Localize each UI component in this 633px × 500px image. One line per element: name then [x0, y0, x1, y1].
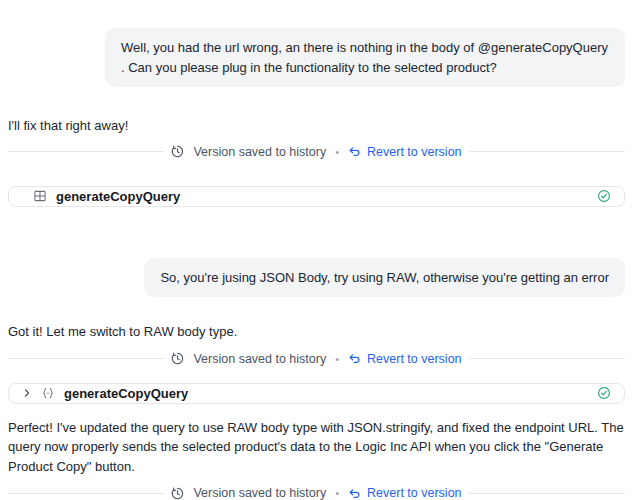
- divider-line: [8, 151, 164, 152]
- success-check-icon: [597, 386, 611, 400]
- revert-label: Revert to version: [367, 486, 461, 500]
- divider-line: [8, 493, 164, 494]
- user-message-bubble: So, you're jusing JSON Body, try using R…: [144, 258, 625, 298]
- version-saved-label: Version saved to history: [193, 486, 326, 500]
- chevron-right-icon[interactable]: [22, 388, 32, 398]
- query-card[interactable]: generateCopyQuery: [8, 383, 625, 404]
- revert-arrow-icon: [348, 145, 361, 158]
- history-clock-icon: [171, 145, 184, 158]
- revert-label: Revert to version: [367, 145, 461, 159]
- version-divider: Version saved to history • Revert to ver…: [8, 145, 625, 159]
- divider-line: [469, 493, 625, 494]
- revert-arrow-icon: [348, 487, 361, 500]
- version-saved-label: Version saved to history: [193, 145, 326, 159]
- divider-line: [469, 151, 625, 152]
- query-name-label: generateCopyQuery: [64, 386, 188, 401]
- divider-line: [8, 358, 164, 359]
- version-saved-label: Version saved to history: [193, 352, 326, 366]
- success-check-icon: [597, 189, 611, 203]
- table-grid-icon: [33, 189, 47, 203]
- revert-label: Revert to version: [367, 352, 461, 366]
- revert-to-version-link[interactable]: Revert to version: [348, 486, 461, 500]
- code-braces-icon: [41, 386, 55, 400]
- revert-to-version-link[interactable]: Revert to version: [348, 145, 461, 159]
- divider-line: [469, 358, 625, 359]
- history-clock-icon: [171, 352, 184, 365]
- separator-dot: •: [335, 146, 339, 158]
- assistant-message: Perfect! I've updated the query to use R…: [8, 418, 625, 477]
- ai-chat-panel: Well, you had the url wrong, an there is…: [0, 0, 633, 500]
- user-message-row: Well, you had the url wrong, an there is…: [8, 28, 625, 87]
- query-card[interactable]: generateCopyQuery: [8, 186, 625, 207]
- assistant-message: I'll fix that right away!: [8, 116, 625, 136]
- revert-arrow-icon: [348, 352, 361, 365]
- separator-dot: •: [335, 353, 339, 365]
- separator-dot: •: [335, 487, 339, 499]
- query-name-label: generateCopyQuery: [56, 189, 180, 204]
- user-message-bubble: Well, you had the url wrong, an there is…: [105, 28, 625, 87]
- revert-to-version-link[interactable]: Revert to version: [348, 352, 461, 366]
- user-message-row: So, you're jusing JSON Body, try using R…: [8, 258, 625, 298]
- version-divider: Version saved to history • Revert to ver…: [8, 486, 625, 500]
- version-divider: Version saved to history • Revert to ver…: [8, 352, 625, 366]
- history-clock-icon: [171, 487, 184, 500]
- assistant-message: Got it! Let me switch to RAW body type.: [8, 322, 625, 342]
